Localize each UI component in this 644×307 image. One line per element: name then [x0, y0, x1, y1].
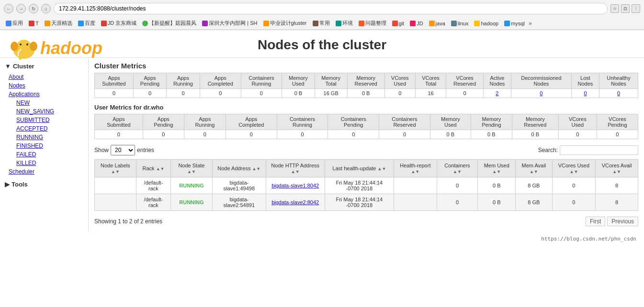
u-col-apps-completed: AppsCompleted: [226, 114, 277, 130]
th-health-report[interactable]: Health-report ▲▼: [394, 160, 437, 177]
mem-used-1: 0 B: [478, 177, 516, 194]
page-header: hadoop Nodes of the cluster: [0, 30, 644, 58]
bookmark-hadoop[interactable]: hadoop: [472, 20, 500, 27]
sidebar-item-new-saving[interactable]: NEW_SAVING: [12, 107, 83, 116]
sidebar-item-killed[interactable]: KILLED: [12, 159, 83, 167]
bookmarks-apps[interactable]: 应用: [4, 19, 25, 27]
bookmark-git[interactable]: git: [390, 20, 407, 27]
user-metrics-row: 0 0 0 0 0 0 0 0 B 0 B 0 B 0 0: [95, 130, 638, 139]
sidebar-item-scheduler[interactable]: Scheduler: [5, 167, 83, 176]
address-1: bigdata-slave1:49498: [212, 177, 266, 194]
sidebar-item-new[interactable]: NEW: [12, 99, 83, 107]
u-col-memory-used: MemoryUsed: [430, 114, 471, 130]
bookmark-env[interactable]: 环境: [334, 19, 355, 27]
node-labels-1: [95, 177, 136, 194]
bookmark-xin[interactable]: 【新提醒】菇园晨风: [140, 19, 198, 27]
col-memory-reserved: MemoryReserved: [347, 73, 384, 89]
sidebar-item-finished[interactable]: FINISHED: [12, 142, 83, 150]
svg-point-1: [17, 40, 31, 51]
svg-point-5: [26, 44, 28, 45]
sidebar-item-running[interactable]: RUNNING: [12, 133, 83, 142]
bookmark-jd2[interactable]: JD: [408, 20, 425, 27]
u-val-containers-reserved: 0: [379, 130, 430, 139]
th-containers[interactable]: Containers ▲▼: [437, 160, 478, 177]
entries-select[interactable]: 20 50 100: [111, 145, 135, 155]
u-col-memory-reserved: MemoryReserved: [512, 114, 558, 130]
tools-section: ▶ Tools: [5, 181, 83, 188]
bookmark-changyong[interactable]: 常用: [311, 19, 332, 27]
main-layout: ▼ Cluster About Nodes Applications NEW N…: [0, 58, 644, 232]
bookmark-biye[interactable]: 毕业设计gluster: [261, 19, 309, 27]
address-bar[interactable]: [54, 3, 608, 14]
val-vcores-reserved: 0: [446, 89, 484, 98]
home-button[interactable]: ⌂: [41, 4, 51, 13]
apps-icon: [6, 21, 11, 26]
vcores-avail-2: 8: [596, 194, 638, 211]
th-mem-used[interactable]: Mem Used ▲▼: [478, 160, 516, 177]
xin-icon: [142, 21, 148, 26]
bookmark-tianze[interactable]: 天涯精选: [43, 19, 74, 27]
val-decomm-nodes[interactable]: 0: [511, 89, 571, 98]
col-apps-running: AppsRunning: [167, 73, 200, 89]
val-memory-used: 0 B: [282, 89, 315, 98]
bookmark-wenti[interactable]: 问题整理: [357, 19, 388, 27]
first-button[interactable]: First: [586, 217, 605, 226]
bookmark-icon[interactable]: ⊡: [621, 4, 630, 13]
tools-label: Tools: [11, 181, 28, 188]
val-containers-running: 0: [241, 89, 282, 98]
vcores-used-2: 0: [552, 194, 596, 211]
sidebar-item-nodes[interactable]: Nodes: [5, 81, 83, 90]
back-button[interactable]: ←: [4, 4, 13, 13]
th-node-address[interactable]: Node Address ▲▼: [212, 160, 266, 177]
col-apps-completed: AppsCompleted: [200, 73, 241, 89]
forward-button[interactable]: →: [16, 4, 26, 13]
th-last-health[interactable]: Last health-update ▲▼: [325, 160, 394, 177]
bookmark-linux[interactable]: linux: [449, 20, 471, 27]
u-val-containers-pending: 0: [328, 130, 379, 139]
val-lost-nodes[interactable]: 0: [571, 89, 599, 98]
sidebar-item-about[interactable]: About: [5, 73, 83, 81]
u-val-memory-used: 0 B: [430, 130, 471, 139]
val-unhealthy-nodes[interactable]: 0: [599, 89, 638, 98]
reload-button[interactable]: ↻: [29, 4, 38, 13]
search-label: Search:: [538, 147, 558, 154]
http-address-1[interactable]: bigdata-slave1:8042: [266, 177, 325, 194]
th-mem-avail[interactable]: Mem Avail ▲▼: [516, 160, 552, 177]
tools-title[interactable]: ▶ Tools: [5, 181, 83, 188]
bookmark-szu[interactable]: 深圳大学内部网 | SH: [200, 19, 259, 27]
sidebar-item-applications[interactable]: Applications: [5, 90, 83, 99]
val-active-nodes[interactable]: 2: [483, 89, 511, 98]
bookmarks-more[interactable]: »: [529, 20, 532, 27]
cluster-section[interactable]: ▼ Cluster: [5, 63, 83, 70]
menu-icon[interactable]: ⋮: [632, 4, 640, 13]
th-vcores-used[interactable]: VCores Used ▲▼: [552, 160, 596, 177]
previous-button[interactable]: Previous: [607, 217, 638, 226]
http-address-2[interactable]: bigdata-slave2:8042: [266, 194, 325, 211]
u-val-memory-reserved: 0 B: [512, 130, 558, 139]
bookmark-t[interactable]: T: [27, 20, 41, 27]
sidebar-item-accepted[interactable]: ACCEPTED: [12, 124, 83, 133]
th-node-state[interactable]: Node State ▲▼: [171, 160, 213, 177]
node-labels-2: [95, 194, 136, 211]
last-health-1: Fri May 18 21:44:14 -0700 2018: [325, 177, 394, 194]
mem-avail-2: 8 GB: [516, 194, 552, 211]
th-rack[interactable]: Rack ▲▼: [136, 160, 170, 177]
star-icon[interactable]: ☆: [610, 4, 619, 13]
col-lost-nodes: LostNodes: [571, 73, 599, 89]
sidebar-item-failed[interactable]: FAILED: [12, 150, 83, 159]
u-col-apps-running: AppsRunning: [184, 114, 226, 130]
bookmark-jd[interactable]: JD 京东商城: [99, 19, 139, 27]
col-vcores-used: VCoresUsed: [384, 73, 415, 89]
bookmark-java[interactable]: java: [427, 20, 447, 27]
sidebar-item-submitted[interactable]: SUBMITTED: [12, 116, 83, 124]
szu-icon: [202, 21, 208, 26]
search-input[interactable]: [560, 145, 638, 155]
col-containers-running: ContainersRunning: [241, 73, 282, 89]
th-vcores-avail[interactable]: VCores Avail ▲▼: [596, 160, 638, 177]
val-apps-submitted: 0: [95, 89, 134, 98]
cluster-metrics-table: AppsSubmitted AppsPending AppsRunning Ap…: [94, 73, 638, 98]
bookmark-baidu[interactable]: 百度: [76, 19, 97, 27]
bookmark-mysql[interactable]: mysql: [502, 20, 527, 27]
changyong-icon: [313, 21, 318, 26]
th-http-address[interactable]: Node HTTP Address ▲▼: [266, 160, 325, 177]
